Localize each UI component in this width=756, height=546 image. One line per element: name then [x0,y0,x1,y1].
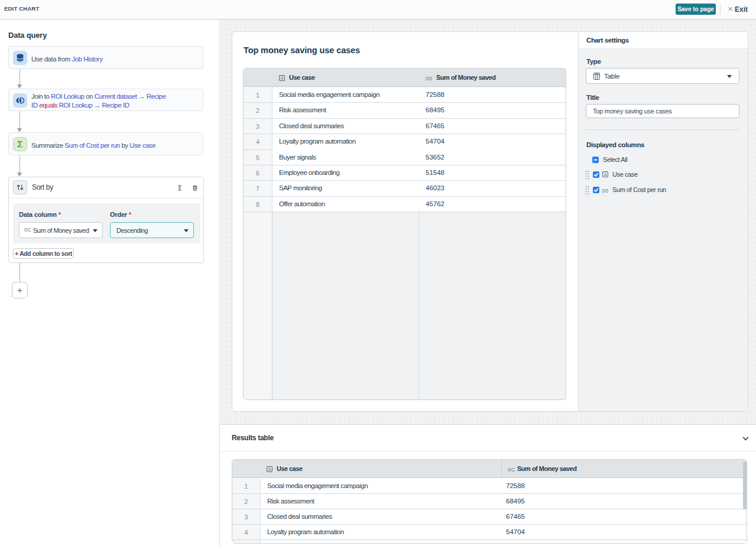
svg-text:A: A [268,467,271,472]
svg-text:A: A [281,76,284,81]
svg-text:A: A [604,173,607,177]
